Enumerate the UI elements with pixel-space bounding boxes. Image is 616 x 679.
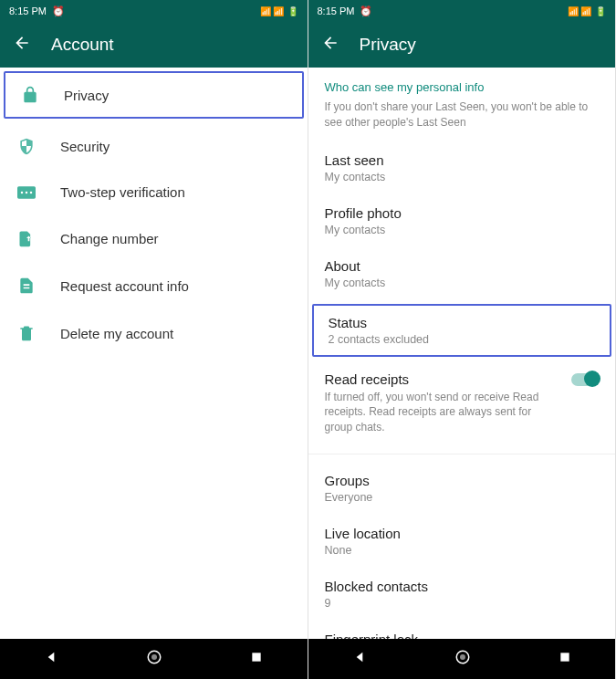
- back-button[interactable]: [13, 34, 31, 56]
- priv-title: Read receipts: [325, 371, 600, 387]
- page-title: Account: [51, 35, 114, 55]
- svg-point-5: [151, 654, 157, 660]
- status-time: 8:15 PM: [9, 5, 47, 16]
- svg-rect-9: [560, 653, 569, 661]
- nav-recent[interactable]: [250, 651, 263, 667]
- battery-indicator: 🔋: [287, 6, 298, 16]
- section-header: Who can see my personal info: [308, 68, 616, 98]
- status-bar: 8:15 PM ⏰ 📶📶 🔋: [0, 0, 308, 22]
- nav-recent[interactable]: [559, 651, 571, 667]
- alarm-icon: ⏰: [360, 5, 372, 17]
- menu-label: Request account info: [60, 278, 189, 294]
- menu-label: Privacy: [64, 88, 109, 103]
- setting-profile-photo[interactable]: Profile photo My contacts: [308, 194, 616, 247]
- menu-label: Security: [60, 139, 110, 154]
- priv-title: Last seen: [325, 152, 600, 168]
- priv-title: About: [325, 258, 600, 274]
- priv-title: Live location: [325, 526, 600, 541]
- status-time: 8:15 PM: [318, 5, 355, 16]
- nav-back[interactable]: [352, 650, 367, 668]
- nav-home[interactable]: [454, 649, 471, 669]
- setting-read-receipts[interactable]: Read receipts If turned off, you won't s…: [308, 360, 616, 446]
- highlighted-privacy: Privacy: [4, 71, 304, 119]
- setting-fingerprint-lock[interactable]: Fingerprint lock Disabled: [308, 621, 616, 639]
- svg-point-3: [30, 191, 33, 193]
- divider: [308, 454, 616, 454]
- priv-title: Groups: [325, 473, 600, 488]
- setting-live-location[interactable]: Live location None: [308, 515, 616, 568]
- app-header: Account: [0, 22, 308, 68]
- setting-groups[interactable]: Groups Everyone: [308, 462, 616, 515]
- back-button[interactable]: [321, 34, 339, 56]
- menu-label: Change number: [60, 231, 159, 246]
- menu-item-change-number[interactable]: Change number: [0, 214, 308, 262]
- menu-item-privacy[interactable]: Privacy: [5, 73, 302, 117]
- section-desc: If you don't share your Last Seen, you w…: [308, 98, 616, 141]
- menu-label: Two-step verification: [60, 184, 185, 200]
- priv-title: Blocked contacts: [325, 579, 600, 594]
- read-receipts-toggle[interactable]: [571, 373, 599, 386]
- priv-desc: If turned off, you won't send or receive…: [325, 390, 600, 435]
- priv-value: 2 contacts excluded: [329, 333, 596, 346]
- signal-icons: 📶📶: [260, 6, 284, 16]
- svg-point-2: [26, 191, 28, 193]
- priv-title: Status: [329, 315, 596, 330]
- priv-value: Everyone: [325, 491, 600, 504]
- battery-indicator: 🔋: [595, 6, 606, 16]
- setting-blocked-contacts[interactable]: Blocked contacts 9: [308, 568, 616, 621]
- setting-about[interactable]: About My contacts: [308, 247, 616, 300]
- priv-value: My contacts: [325, 277, 600, 289]
- nav-bar: [0, 639, 308, 679]
- menu-item-two-step[interactable]: Two-step verification: [0, 170, 308, 214]
- setting-status[interactable]: Status 2 contacts excluded: [314, 306, 611, 355]
- setting-last-seen[interactable]: Last seen My contacts: [308, 141, 616, 194]
- doc-icon: [16, 277, 37, 295]
- svg-rect-6: [253, 653, 261, 661]
- menu-item-delete-account[interactable]: Delete my account: [0, 309, 308, 357]
- priv-value: None: [325, 544, 600, 557]
- priv-value: My contacts: [325, 171, 600, 183]
- nav-bar: [308, 639, 616, 679]
- menu-item-security[interactable]: Security: [0, 122, 308, 170]
- alarm-icon: ⏰: [52, 5, 65, 17]
- status-bar: 8:15 PM ⏰ 📶📶 🔋: [308, 0, 616, 22]
- trash-icon: [16, 324, 37, 342]
- privacy-screen: 8:15 PM ⏰ 📶📶 🔋 Privacy Who can see my pe…: [308, 0, 617, 679]
- priv-value: 9: [325, 597, 600, 610]
- app-header: Privacy: [308, 22, 616, 68]
- priv-title: Profile photo: [325, 205, 600, 221]
- svg-point-1: [21, 191, 24, 193]
- account-content: Privacy Security Two-step verification C…: [0, 68, 308, 639]
- lock-icon: [20, 86, 40, 104]
- page-title: Privacy: [360, 35, 416, 55]
- account-screen: 8:15 PM ⏰ 📶📶 🔋 Account Privacy: [0, 0, 308, 679]
- privacy-content: Who can see my personal info If you don'…: [308, 68, 616, 639]
- nav-back[interactable]: [44, 650, 58, 668]
- dots-icon: [16, 186, 37, 199]
- menu-item-request-info[interactable]: Request account info: [0, 262, 308, 309]
- signal-icons: 📶📶: [568, 6, 591, 16]
- sim-swap-icon: [16, 229, 37, 247]
- shield-icon: [16, 137, 37, 155]
- priv-title: Fingerprint lock: [325, 632, 600, 639]
- priv-value: My contacts: [325, 224, 600, 236]
- nav-home[interactable]: [146, 649, 162, 669]
- menu-label: Delete my account: [60, 326, 173, 341]
- highlighted-status: Status 2 contacts excluded: [312, 304, 612, 357]
- svg-point-8: [460, 654, 465, 660]
